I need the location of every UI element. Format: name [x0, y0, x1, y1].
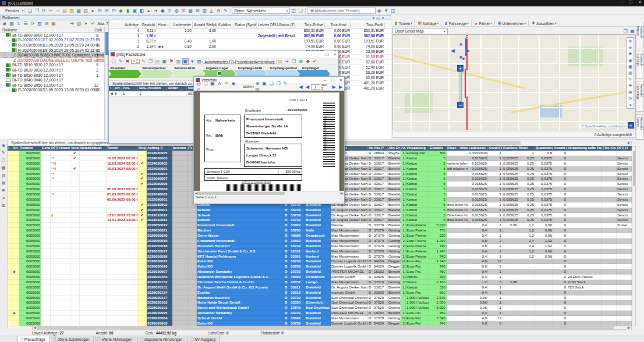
- calendar-icon[interactable]: ▧: [83, 8, 89, 14]
- user-icon[interactable]: ●: [90, 8, 96, 14]
- stamp-icon[interactable]: ◆: [305, 58, 311, 65]
- tree-item[interactable]: BI-TD 8040 8040 12,000 t 17: [0, 77, 104, 83]
- mail-icon[interactable]: ✉: [181, 8, 187, 14]
- column-header[interactable]: SDG-Position: [138, 86, 167, 91]
- window-icon[interactable]: ◫: [291, 8, 297, 14]
- column-header[interactable]: Anza: [401, 146, 406, 151]
- folder2-icon[interactable]: ▥: [69, 8, 75, 14]
- column-header[interactable]: Verpackung: [406, 146, 429, 151]
- send-icon[interactable]: ➜: [284, 58, 290, 65]
- find-icon[interactable]: ◉: [231, 80, 237, 87]
- hierarchy-icon[interactable]: ☰: [23, 20, 29, 27]
- columns-icon[interactable]: ▥: [37, 20, 43, 27]
- legend-icon[interactable]: ≡: [627, 102, 634, 108]
- expand-icon[interactable]: ⊞: [44, 20, 50, 27]
- dock-tab-auswahl-fahrzeuge[interactable]: Auswahl Fahrzeuge: [636, 81, 644, 112]
- pages-icon[interactable]: ❐: [275, 80, 282, 87]
- column-header[interactable]: Inventur: [172, 146, 187, 151]
- pan-icon[interactable]: ✚: [627, 51, 634, 57]
- copy-icon[interactable]: ❐: [1, 157, 7, 163]
- planauftrag-row[interactable]: 6005000✔2022030001SchenkD33739BielefeldD…: [8, 208, 632, 213]
- refresh-map-icon[interactable]: ⟳: [627, 95, 634, 102]
- expander-icon[interactable]: ⌄: [2, 83, 6, 87]
- flag-icon[interactable]: ⚑: [168, 58, 175, 65]
- planauftrag-row[interactable]: 6005000▮13.01.2022 13:00:0✔2022010012Sch…: [8, 213, 632, 218]
- column-header[interactable]: Tour-Profit: [351, 22, 385, 28]
- tab-offene-abholungen[interactable]: ❏offene Abholungen: [95, 336, 136, 342]
- column-header[interactable]: Beladedatum: [80, 146, 107, 151]
- planauftrag-row[interactable]: 60050002020050017Stockmeier Food GmbH & …: [8, 249, 632, 254]
- tab-nv-ausgang[interactable]: ❏NV-Ausgang: [187, 336, 219, 342]
- check-icon[interactable]: ✔: [90, 20, 96, 27]
- column-header[interactable]: Anzahl aufte: [553, 146, 567, 151]
- toggle2-icon[interactable]: ▧: [196, 58, 203, 65]
- preview-scrollbar[interactable]: ◀▶: [194, 191, 344, 195]
- column-header[interactable]: Art: [12, 146, 19, 151]
- layer-button-auswählen[interactable]: ✚Auswählen▾: [530, 21, 557, 26]
- planauftrag-row[interactable]: 60050002020020004Schnell GmbHD33602Biele…: [8, 316, 632, 321]
- column-header[interactable]: Ab: [368, 146, 373, 151]
- refresh-icon[interactable]: ⟳: [30, 20, 36, 27]
- pen-icon[interactable]: ✎: [140, 58, 147, 65]
- column-header[interactable]: !: [109, 86, 114, 91]
- search-icon[interactable]: ◉: [2, 20, 8, 27]
- pan-left-icon[interactable]: ◀: [451, 48, 455, 54]
- open-icon[interactable]: ❏: [203, 80, 209, 87]
- map-depot-marker[interactable]: [465, 36, 468, 39]
- planauftrag-row[interactable]: 60050002020020151Dr. August Wolff GmbH &…: [8, 285, 632, 290]
- tree-item[interactable]: ›R-202005000213.05.2020 13.05.2020 01:00…: [0, 88, 104, 93]
- route-icon[interactable]: ➜: [153, 8, 159, 14]
- flag-icon[interactable]: ⚑: [1, 187, 7, 194]
- pan-down-icon[interactable]: ▼: [458, 55, 463, 60]
- tree-scrollbar[interactable]: [104, 27, 108, 140]
- zoom-in-button[interactable]: +: [457, 65, 463, 72]
- forward-icon[interactable]: ➜: [69, 20, 75, 27]
- dock-tab-auswahl-touren[interactable]: Auswahl Touren: [636, 23, 644, 48]
- tree-item[interactable]: ⌄R-202405000129.05.2024 29.05.2024 02:11…: [0, 48, 104, 53]
- packstuecke-title-bar[interactable]: [001] Packstücke ─ ☐ ✕: [109, 51, 338, 58]
- chart-icon[interactable]: ▲: [146, 8, 152, 14]
- menu-fenster[interactable]: Fenster: [2, 8, 22, 14]
- print-icon[interactable]: ▤: [1, 180, 7, 186]
- tab-disponierte-abholungen[interactable]: ❏disponierte Abholungen: [137, 336, 187, 342]
- basemap-select[interactable]: Open Street Map▾: [392, 28, 448, 34]
- rollkarten-panel-header[interactable]: Rollkarten ▾ ◫ ✕: [0, 15, 391, 20]
- expander-icon[interactable]: ›: [2, 63, 6, 67]
- list-icon[interactable]: ≡: [1, 195, 7, 201]
- column-header[interactable]: DFÜ-Hinweis-Sym: [51, 146, 70, 151]
- page-number-input[interactable]: 1: [311, 84, 320, 90]
- column-header[interactable]: Auftrag ▽: [147, 146, 172, 151]
- planauftrag-row[interactable]: 60050002020020102Hohe Heide Druck GmbHD3…: [8, 300, 632, 305]
- maximize-button[interactable]: ☐: [629, 0, 632, 5]
- planauftrag-row[interactable]: 60050002020050021RückertD33790HalleMax M…: [8, 228, 632, 233]
- maximize-button[interactable]: ☐: [325, 52, 329, 57]
- column-header[interactable]: Quadratmet: [535, 146, 553, 151]
- column-header[interactable]: Aufträge: [109, 22, 140, 28]
- column-header[interactable]: Termin: [107, 146, 138, 151]
- pan-up-icon[interactable]: ▲: [458, 41, 463, 47]
- zoom-in-icon[interactable]: ⊕: [627, 38, 634, 44]
- column-header[interactable]: Status (Symbol): [233, 22, 257, 28]
- plan-icon[interactable]: ◧: [139, 8, 145, 14]
- planauftrag-row[interactable]: 60050002020050018Bauladen BielefeldD3373…: [8, 244, 632, 249]
- doc-icon[interactable]: ❏: [298, 8, 304, 14]
- expander-icon[interactable]: ›: [2, 73, 6, 77]
- layer-button-aufträge[interactable]: ▦Aufträge▾: [416, 21, 440, 26]
- last-page-icon[interactable]: ▶: [338, 84, 344, 90]
- tab-planaufträge[interactable]: ❏Planaufträge: [17, 336, 49, 342]
- auftraege-table-header[interactable]: AufträgeGewichtHinw...LademeterAnzahl St…: [109, 22, 391, 28]
- delete-icon[interactable]: ✖: [125, 58, 131, 65]
- column-header[interactable]: Pos.: [122, 86, 138, 91]
- planauftrag-row[interactable]: 60050002020020134EschkeD33619Bielefeldec…: [8, 290, 632, 295]
- expander-icon[interactable]: ›: [8, 38, 12, 42]
- map-layers-icon[interactable]: ▦: [629, 28, 636, 34]
- column-header[interactable]: Gefah: [41, 146, 51, 151]
- zoom-in-icon[interactable]: ⊕: [254, 80, 261, 87]
- planauftrag-row[interactable]: 60050002020020153Hellmann Worldwide Logi…: [8, 275, 632, 280]
- column-header[interactable]: Tour-Kost...: [325, 22, 351, 28]
- planauftrag-row[interactable]: 60050002020020152Christian Tasche GmbH &…: [8, 280, 632, 285]
- tree-item[interactable]: ›BI-TD 8010 8010 12,000 t 175: [0, 63, 104, 68]
- tree-item[interactable]: ›R-202005000113.05.2020 13.05.2020 24:00…: [0, 42, 104, 48]
- clone-window-icon[interactable]: ❐: [34, 8, 40, 14]
- dock-tab-auswahl-fahrer[interactable]: Auswahl Fahrer: [636, 114, 644, 140]
